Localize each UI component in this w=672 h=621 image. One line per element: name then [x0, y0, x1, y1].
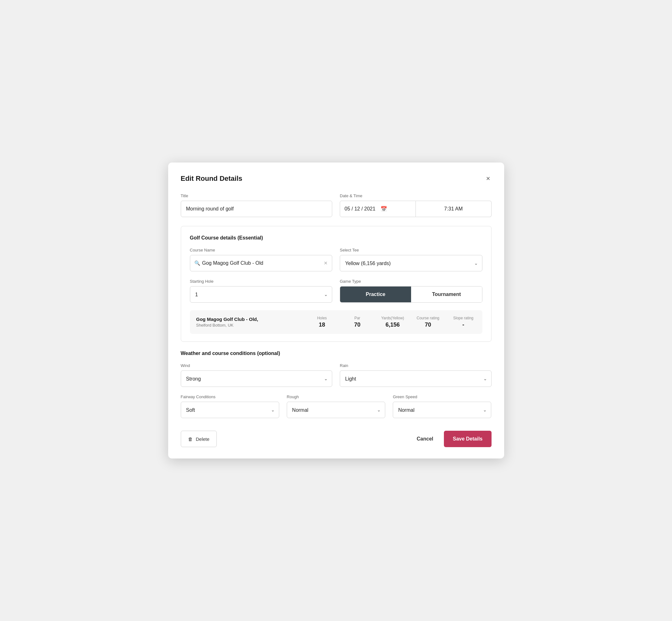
practice-button[interactable]: Practice	[340, 287, 411, 302]
fairway-rough-green-row: Fairway Conditions Firm Normal Soft Wet …	[181, 395, 492, 418]
course-tee-row: Course Name 🔍 ✕ Select Tee Yellow (6,156…	[190, 248, 482, 272]
rain-group: Rain None Light Moderate Heavy ⌄	[340, 363, 492, 387]
footer-right: Cancel Save Details	[414, 431, 492, 447]
course-info-name-group: Gog Magog Golf Club - Old, Shelford Bott…	[196, 317, 299, 328]
top-row: Title Date & Time 05 / 12 / 2021 📅 7:31 …	[181, 194, 492, 217]
green-speed-select-wrap: Slow Normal Fast Very Fast ⌄	[393, 402, 491, 418]
golf-section-title: Golf Course details (Essential)	[190, 235, 482, 241]
modal-header: Edit Round Details ×	[181, 174, 492, 183]
select-tee-group: Select Tee Yellow (6,156 yards) White Re…	[340, 248, 482, 272]
starting-hole-input[interactable]: 123 456 789 10	[190, 286, 333, 303]
rain-select[interactable]: None Light Moderate Heavy	[340, 370, 492, 387]
course-info-row: Gog Magog Golf Club - Old, Shelford Bott…	[190, 310, 482, 334]
wind-rain-row: Wind Calm Light Moderate Strong Very Str…	[181, 363, 492, 387]
title-field-group: Title	[181, 194, 333, 217]
game-type-group: Game Type Practice Tournament	[340, 279, 482, 303]
wind-select-wrap: Calm Light Moderate Strong Very Strong ⌄	[181, 370, 333, 387]
calendar-icon: 📅	[380, 206, 387, 212]
slope-rating-stat: Slope rating -	[451, 316, 476, 328]
course-rating-label: Course rating	[416, 316, 439, 320]
select-tee-label: Select Tee	[340, 248, 482, 252]
delete-button[interactable]: 🗑 Delete	[181, 431, 217, 447]
datetime-inputs: 05 / 12 / 2021 📅 7:31 AM	[340, 201, 492, 217]
datetime-field-group: Date & Time 05 / 12 / 2021 📅 7:31 AM	[340, 194, 492, 217]
wind-select[interactable]: Calm Light Moderate Strong Very Strong	[181, 370, 333, 387]
time-value: 7:31 AM	[444, 206, 463, 212]
trash-icon: 🗑	[188, 437, 193, 442]
game-type-label: Game Type	[340, 279, 482, 284]
course-name-label: Course Name	[190, 248, 333, 252]
holes-value: 18	[319, 322, 325, 328]
starting-hole-wrap: 123 456 789 10 ⌄	[190, 286, 333, 303]
slope-rating-label: Slope rating	[453, 316, 473, 320]
rough-label: Rough	[287, 395, 385, 399]
green-speed-select[interactable]: Slow Normal Fast Very Fast	[393, 402, 491, 418]
rough-select[interactable]: Short Normal Long Very Long	[287, 402, 385, 418]
slope-rating-value: -	[463, 322, 464, 328]
footer-row: 🗑 Delete Cancel Save Details	[181, 427, 492, 447]
save-button[interactable]: Save Details	[444, 431, 491, 447]
par-stat: Par 70	[345, 316, 370, 328]
holes-stat: Holes 18	[309, 316, 335, 328]
green-speed-label: Green Speed	[393, 395, 491, 399]
wind-group: Wind Calm Light Moderate Strong Very Str…	[181, 363, 333, 387]
close-button[interactable]: ×	[485, 174, 492, 183]
datetime-label: Date & Time	[340, 194, 492, 198]
game-type-toggle: Practice Tournament	[340, 286, 482, 303]
modal-title: Edit Round Details	[181, 174, 243, 183]
title-input[interactable]	[181, 201, 333, 217]
edit-round-modal: Edit Round Details × Title Date & Time 0…	[168, 163, 504, 458]
course-name-input[interactable]	[190, 255, 333, 272]
yards-stat: Yards(Yellow) 6,156	[380, 316, 406, 328]
fairway-group: Fairway Conditions Firm Normal Soft Wet …	[181, 395, 279, 418]
fairway-select[interactable]: Firm Normal Soft Wet	[181, 402, 279, 418]
rough-group: Rough Short Normal Long Very Long ⌄	[287, 395, 385, 418]
rain-select-wrap: None Light Moderate Heavy ⌄	[340, 370, 492, 387]
fairway-label: Fairway Conditions	[181, 395, 279, 399]
rough-select-wrap: Short Normal Long Very Long ⌄	[287, 402, 385, 418]
par-value: 70	[354, 322, 360, 328]
time-display[interactable]: 7:31 AM	[416, 201, 492, 217]
course-rating-value: 70	[425, 322, 431, 328]
yards-value: 6,156	[385, 322, 400, 328]
par-label: Par	[354, 316, 360, 320]
starting-hole-label: Starting Hole	[190, 279, 333, 284]
delete-label: Delete	[196, 437, 209, 442]
select-tee-wrap: Yellow (6,156 yards) White Red Blue ⌄	[340, 255, 482, 272]
starting-hole-group: Starting Hole 123 456 789 10 ⌄	[190, 279, 333, 303]
wind-label: Wind	[181, 363, 333, 368]
course-info-location: Shelford Bottom, UK	[196, 323, 299, 328]
green-speed-group: Green Speed Slow Normal Fast Very Fast ⌄	[393, 395, 491, 418]
course-rating-stat: Course rating 70	[416, 316, 441, 328]
course-name-group: Course Name 🔍 ✕	[190, 248, 333, 272]
tournament-button[interactable]: Tournament	[411, 287, 482, 302]
cancel-button[interactable]: Cancel	[414, 436, 436, 442]
weather-section: Weather and course conditions (optional)…	[181, 350, 492, 418]
title-label: Title	[181, 194, 333, 198]
select-tee-input[interactable]: Yellow (6,156 yards) White Red Blue	[340, 255, 482, 272]
yards-label: Yards(Yellow)	[381, 316, 404, 320]
search-icon: 🔍	[194, 260, 200, 266]
fairway-select-wrap: Firm Normal Soft Wet ⌄	[181, 402, 279, 418]
date-value: 05 / 12 / 2021	[344, 206, 375, 212]
weather-section-title: Weather and course conditions (optional)	[181, 350, 492, 356]
holes-label: Holes	[317, 316, 327, 320]
rain-label: Rain	[340, 363, 492, 368]
course-info-name: Gog Magog Golf Club - Old,	[196, 317, 299, 322]
date-display[interactable]: 05 / 12 / 2021 📅	[340, 201, 416, 217]
golf-course-section: Golf Course details (Essential) Course N…	[181, 226, 492, 342]
course-name-input-wrap: 🔍 ✕	[190, 255, 333, 272]
clear-icon[interactable]: ✕	[324, 260, 328, 266]
hole-gametype-row: Starting Hole 123 456 789 10 ⌄ Game Type…	[190, 279, 482, 303]
